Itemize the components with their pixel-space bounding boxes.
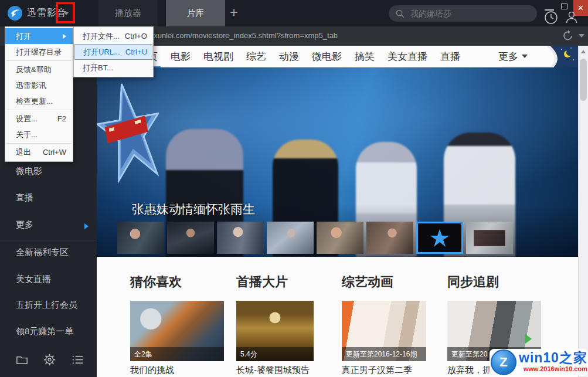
nav-item-movies[interactable]: 电影 bbox=[171, 50, 191, 63]
submenu-item-open-bt[interactable]: 打开BT... bbox=[74, 60, 152, 76]
night-mode-ribbon[interactable] bbox=[545, 46, 578, 67]
poster-caption[interactable]: 放弃我，抓 bbox=[447, 365, 491, 376]
hero-thumb-1[interactable] bbox=[117, 222, 164, 254]
hero-thumb-4[interactable] bbox=[267, 222, 314, 254]
menu-item-feedback-help[interactable]: 反馈&帮助 bbox=[5, 62, 73, 77]
submenu-arrow-icon bbox=[63, 34, 66, 39]
sidebar-item-half-price-vip[interactable]: 五折开上行会员 bbox=[16, 300, 77, 311]
page-scrollbar[interactable] bbox=[578, 46, 588, 377]
hero-thumb-6[interactable] bbox=[366, 222, 413, 254]
tab-player-label: 播放器 bbox=[115, 8, 141, 19]
watermark-title: win10之家 bbox=[519, 351, 587, 365]
nav-item-funny[interactable]: 搞笑 bbox=[355, 50, 375, 63]
scrollbar-thumb[interactable] bbox=[580, 59, 587, 101]
tab-player[interactable]: 播放器 bbox=[98, 0, 158, 26]
app-window: 迅雷影音 播放器 片库 + ✕ v.xunlei.com/moviestore_… bbox=[0, 0, 588, 377]
address-dropdown-chevron-icon[interactable] bbox=[579, 34, 584, 38]
show-logo-chip bbox=[474, 230, 505, 246]
tab-library[interactable]: 片库 bbox=[166, 0, 225, 26]
sidebar-item-live[interactable]: 直播 bbox=[16, 192, 33, 203]
app-main-menu: 打开 打开缓存目录 反馈&帮助 迅雷影讯 检查更新... 设置... F2 关于… bbox=[5, 26, 73, 162]
minimize-button[interactable] bbox=[545, 1, 554, 11]
submenu-item-open-file[interactable]: 打开文件... Ctrl+O bbox=[74, 28, 152, 44]
new-tab-button[interactable]: + bbox=[230, 4, 238, 21]
nav-item-live[interactable]: 直播 bbox=[440, 50, 460, 63]
section-title: 猜你喜欢 bbox=[130, 273, 182, 291]
menu-item-about[interactable]: 关于... bbox=[5, 127, 73, 142]
nav-item-tv-series[interactable]: 电视剧 bbox=[203, 50, 233, 63]
sidebar-more-arrow-icon bbox=[84, 223, 89, 229]
menu-item-label: 打开 bbox=[16, 28, 31, 44]
history-clock-icon[interactable] bbox=[544, 11, 558, 25]
section-title: 同步追剧 bbox=[447, 273, 499, 291]
folder-icon[interactable] bbox=[15, 353, 29, 366]
maximize-button[interactable] bbox=[561, 4, 567, 9]
menu-shortcut: Ctrl+W bbox=[43, 144, 66, 160]
submenu-shortcut: Ctrl+U bbox=[125, 45, 147, 59]
title-bar: 迅雷影音 播放器 片库 + ✕ bbox=[0, 0, 588, 26]
url-text[interactable]: v.xunlei.com/moviestore_index5.shtml?sfr… bbox=[148, 31, 338, 40]
search-box[interactable] bbox=[389, 5, 537, 22]
section-premiere-movies: 首播大片 5.4分 长城-饕餮围城预告 bbox=[236, 257, 314, 377]
nav-more-caret-icon bbox=[522, 55, 528, 58]
poster-our-challenge[interactable]: 全2集 bbox=[130, 301, 224, 361]
menu-item-open-cache-dir[interactable]: 打开缓存目录 bbox=[5, 44, 73, 60]
hero-thumbnail-strip bbox=[117, 222, 513, 254]
poster-real-man[interactable]: 更新至第2016-12-16期 bbox=[342, 301, 426, 361]
nav-item-anime[interactable]: 动漫 bbox=[279, 50, 299, 63]
settings-gear-icon[interactable] bbox=[43, 353, 56, 366]
poster-great-wall[interactable]: 5.4分 bbox=[236, 301, 314, 361]
menu-item-label: 打开缓存目录 bbox=[16, 44, 62, 60]
hero-thumb-5[interactable] bbox=[317, 222, 363, 254]
submenu-shortcut: Ctrl+O bbox=[125, 29, 147, 43]
sidebar-item-welfare-zone[interactable]: 全新福利专区 bbox=[16, 247, 69, 258]
menu-separator bbox=[6, 110, 72, 110]
hero-thumb-8[interactable] bbox=[466, 222, 513, 254]
submenu-item-label: 打开BT... bbox=[83, 60, 113, 75]
scrollbar-up-arrow[interactable] bbox=[581, 50, 586, 53]
search-icon bbox=[396, 9, 405, 18]
open-submenu: 打开文件... Ctrl+O 打开URL... Ctrl+U 打开BT... bbox=[73, 26, 154, 77]
user-account-icon[interactable] bbox=[565, 10, 579, 24]
menu-item-settings[interactable]: 设置... F2 bbox=[5, 111, 73, 127]
refresh-icon[interactable] bbox=[562, 29, 575, 42]
section-title: 首播大片 bbox=[236, 273, 288, 291]
menu-item-xunlei-news[interactable]: 迅雷影讯 bbox=[5, 77, 73, 93]
poster-caption[interactable]: 长城-饕餮围城预告 bbox=[236, 365, 310, 376]
playlist-icon[interactable] bbox=[71, 353, 84, 366]
menu-item-check-update[interactable]: 检查更新... bbox=[5, 93, 73, 109]
menu-item-label: 退出 bbox=[16, 144, 31, 160]
sidebar-item-beauty-live[interactable]: 美女直播 bbox=[16, 274, 51, 285]
poster-caption[interactable]: 真正男子汉第二季 bbox=[342, 365, 412, 376]
watermark-text: win10之家 www.2016win10.com bbox=[519, 351, 587, 373]
sidebar-item-microfilm[interactable]: 微电影 bbox=[16, 166, 42, 177]
section-guess-you-like: 猜你喜欢 全2集 我们的挑战 bbox=[130, 257, 224, 377]
hero-banner[interactable]: 张惠妹动情缅怀张雨生 bbox=[97, 67, 578, 257]
menu-item-label: 反馈&帮助 bbox=[16, 62, 52, 77]
search-input[interactable] bbox=[409, 8, 521, 19]
poster-badge: 全2集 bbox=[130, 347, 224, 361]
menu-item-exit[interactable]: 退出 Ctrl+W bbox=[5, 144, 73, 160]
dream-voice-star-logo bbox=[97, 76, 171, 189]
menu-item-label: 检查更新... bbox=[16, 93, 53, 109]
watermark-url: www.2016win10.com bbox=[519, 365, 587, 373]
poster-caption[interactable]: 我们的挑战 bbox=[130, 365, 174, 376]
submenu-item-label: 打开URL... bbox=[83, 45, 120, 59]
menu-item-label: 关于... bbox=[16, 127, 38, 142]
star-logo-icon bbox=[430, 228, 450, 248]
win10-home-watermark: Z win10之家 www.2016win10.com bbox=[490, 349, 588, 376]
nav-item-beauty-live[interactable]: 美女直播 bbox=[388, 50, 427, 63]
page-nav-bar: 首页 电影 电视剧 综艺 动漫 微电影 搞笑 美女直播 直播 更多 bbox=[97, 46, 578, 67]
sidebar-item-earn-8-yuan[interactable]: 领8元赚第一单 bbox=[16, 326, 73, 337]
sidebar-item-more[interactable]: 更多 bbox=[16, 219, 33, 230]
menu-item-open[interactable]: 打开 bbox=[5, 28, 73, 44]
menu-separator bbox=[6, 60, 72, 61]
nav-item-microfilm[interactable]: 微电影 bbox=[312, 50, 342, 63]
hero-thumb-7-selected[interactable] bbox=[416, 222, 463, 254]
nav-item-more[interactable]: 更多 bbox=[498, 50, 528, 63]
submenu-item-open-url[interactable]: 打开URL... Ctrl+U bbox=[74, 44, 152, 60]
nav-item-variety[interactable]: 综艺 bbox=[246, 50, 266, 63]
section-title: 综艺动画 bbox=[342, 273, 393, 291]
hero-thumb-2[interactable] bbox=[167, 222, 214, 254]
hero-thumb-3[interactable] bbox=[217, 222, 264, 254]
